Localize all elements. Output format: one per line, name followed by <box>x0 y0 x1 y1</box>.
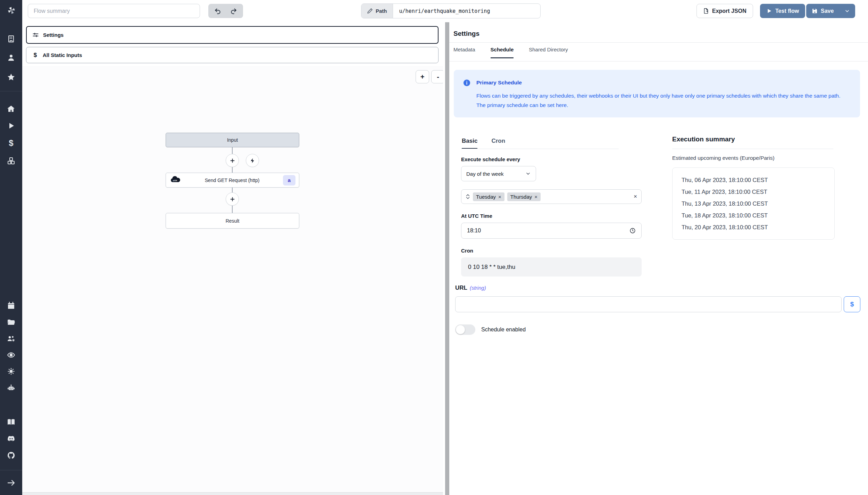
clear-all-icon[interactable]: × <box>634 193 637 200</box>
resources-cubes-icon[interactable] <box>6 156 16 166</box>
user-icon[interactable] <box>6 53 16 63</box>
sliders-icon <box>32 32 39 38</box>
chevron-down-icon <box>525 171 531 176</box>
url-label-row: URL(string) <box>455 284 486 291</box>
day-tag-tuesday: Tuesday × <box>473 192 504 201</box>
url-type-hint: (string) <box>470 285 486 291</box>
app-root: $ <box>0 0 868 495</box>
topbar: Flow summary Path u/henri/earthquake_mon… <box>22 0 868 22</box>
remove-tag-icon[interactable]: × <box>498 194 501 200</box>
event-item: Tue, 11 Apr 2023, 18:10:00 CEST <box>682 186 834 198</box>
event-item: Thu, 20 Apr 2023, 18:10:00 CEST <box>682 221 834 233</box>
trigger-bolt-button[interactable] <box>246 154 259 167</box>
updown-icon <box>466 194 470 199</box>
chevron-down-icon <box>844 8 850 14</box>
utc-time-label: At UTC Time <box>461 213 492 219</box>
home-icon[interactable] <box>6 104 16 114</box>
path-label: Path <box>361 4 393 18</box>
schedule-enabled-row: Schedule enabled <box>455 324 526 335</box>
schedules-calendar-icon[interactable] <box>6 301 16 311</box>
workers-robot-icon[interactable] <box>6 383 16 393</box>
github-icon[interactable] <box>6 451 16 460</box>
windmill-logo-icon[interactable] <box>6 3 17 17</box>
url-dollar-button[interactable]: $ <box>844 296 860 312</box>
audit-eye-icon[interactable] <box>6 350 16 360</box>
flow-settings-button[interactable]: Settings <box>26 26 439 44</box>
flow-node-result[interactable]: Result <box>166 213 299 229</box>
folders-icon[interactable] <box>6 317 16 327</box>
plus-icon <box>229 196 235 202</box>
settings-tabs: Metadata Schedule Shared Directory <box>453 47 568 58</box>
settings-panel: Settings Metadata Schedule Shared Direct… <box>449 22 868 495</box>
event-item: Tue, 18 Apr 2023, 18:10:00 CEST <box>682 209 834 221</box>
remove-tag-icon[interactable]: × <box>534 194 537 200</box>
undo-button[interactable] <box>210 5 225 17</box>
panel-divider[interactable] <box>443 22 449 495</box>
info-title: Primary Schedule <box>476 79 522 87</box>
runs-play-icon[interactable] <box>6 121 16 131</box>
info-body: Flows can be triggered by any schedules,… <box>476 91 851 110</box>
divider <box>449 61 868 61</box>
file-export-icon <box>703 8 709 14</box>
test-flow-button[interactable]: Test flow <box>760 4 805 18</box>
scrollbar[interactable] <box>445 22 449 495</box>
save-button[interactable]: Save <box>806 4 839 18</box>
frequency-select[interactable]: Day of the week <box>461 166 536 181</box>
save-icon <box>812 8 818 14</box>
http-cloud-icon: HTTP <box>169 176 181 184</box>
canvas-bottom-strip <box>22 493 443 495</box>
flow-node-http[interactable]: HTTP Send GET Request (http) a <box>166 173 299 188</box>
export-json-button[interactable]: Export JSON <box>696 4 753 18</box>
settings-gear-icon[interactable] <box>6 366 16 376</box>
execution-summary-title: Execution summary <box>672 135 735 143</box>
url-input[interactable] <box>455 296 842 312</box>
insert-step-button-2[interactable] <box>226 192 239 206</box>
days-multiselect[interactable]: Tuesday × Thursday × × <box>461 189 642 204</box>
primary-schedule-info-box: Primary Schedule Flows can be triggered … <box>454 70 860 117</box>
expand-arrow-right-icon[interactable] <box>6 478 16 488</box>
discord-icon[interactable] <box>6 434 16 444</box>
flow-summary-input[interactable]: Flow summary <box>28 4 200 18</box>
variables-dollar-icon[interactable]: $ <box>6 138 16 148</box>
svg-text:HTTP: HTTP <box>173 180 177 182</box>
bolt-icon <box>250 158 256 164</box>
flow-node-input[interactable]: Input <box>166 133 299 147</box>
utc-time-input[interactable]: 18:10 <box>461 223 642 239</box>
schedule-mode-tabs: Basic Cron <box>462 138 505 149</box>
tab-schedule[interactable]: Schedule <box>491 47 514 58</box>
day-tag-thursday: Thursday × <box>507 192 541 201</box>
save-dropdown-button[interactable] <box>839 4 855 18</box>
step-id-badge: a <box>283 175 295 185</box>
all-static-inputs-button[interactable]: $ All Static Inputs <box>26 47 439 63</box>
cron-readonly-field: 0 10 18 * * tue,thu <box>461 257 642 277</box>
event-item: Thu, 06 Apr 2023, 18:10:00 CEST <box>682 174 834 186</box>
tab-metadata[interactable]: Metadata <box>453 47 475 58</box>
tab-basic[interactable]: Basic <box>462 138 477 149</box>
upcoming-events-list[interactable]: Thu, 06 Apr 2023, 18:10:00 CEST Tue, 11 … <box>672 167 835 240</box>
undo-redo-group <box>208 4 243 18</box>
pencil-icon <box>367 8 373 14</box>
divider <box>461 149 619 149</box>
workspace-building-icon[interactable] <box>6 34 16 44</box>
execution-summary-subtitle: Estimated upcoming events (Europe/Paris) <box>672 155 775 161</box>
tab-cron[interactable]: Cron <box>491 138 505 149</box>
redo-button[interactable] <box>226 5 241 17</box>
settings-title: Settings <box>453 30 479 38</box>
docs-book-icon[interactable] <box>6 417 16 427</box>
dollar-icon: $ <box>32 52 39 59</box>
save-split-button: Save <box>806 4 855 18</box>
info-icon <box>463 79 471 87</box>
sidebar: $ <box>0 0 22 495</box>
plus-icon <box>229 158 235 164</box>
tab-shared-directory[interactable]: Shared Directory <box>529 47 568 58</box>
schedule-enabled-toggle[interactable] <box>455 324 475 335</box>
flow-canvas[interactable]: + - Input HTTP Send GET Request (http) a <box>22 66 443 493</box>
zoom-in-button[interactable]: + <box>416 70 429 83</box>
favorites-star-icon[interactable] <box>6 72 16 82</box>
insert-step-button[interactable] <box>226 154 239 167</box>
groups-users-gear-icon[interactable] <box>6 334 16 344</box>
path-value[interactable]: u/henri/earthquake_monitoring <box>393 4 496 18</box>
schedule-enabled-label: Schedule enabled <box>481 327 526 333</box>
play-icon <box>766 8 772 14</box>
path-field[interactable]: Path u/henri/earthquake_monitoring <box>361 3 541 18</box>
